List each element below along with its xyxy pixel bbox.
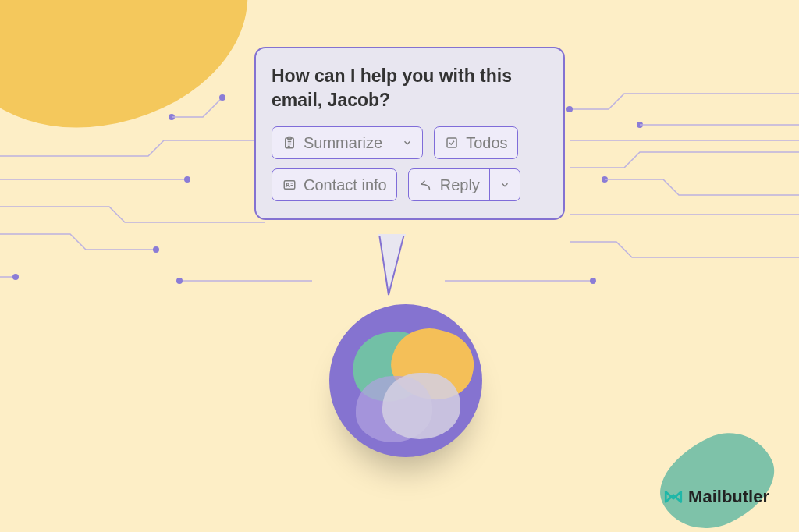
svg-point-3 — [153, 246, 159, 253]
contact-info-main[interactable]: Contact info — [272, 169, 396, 200]
svg-rect-18 — [447, 138, 456, 147]
svg-point-5 — [169, 114, 175, 120]
svg-point-7 — [176, 278, 183, 284]
reply-button[interactable]: Reply — [408, 168, 520, 201]
svg-point-10 — [602, 176, 608, 183]
brand-name: Mailbutler — [688, 487, 769, 507]
todos-button[interactable]: Todos — [434, 126, 517, 159]
summarize-main[interactable]: Summarize — [272, 127, 392, 158]
blob-teal — [646, 417, 788, 532]
assistant-bubble: How can I help you with this email, Jaco… — [254, 47, 565, 220]
contact-info-label: Contact info — [304, 176, 387, 194]
todos-main[interactable]: Todos — [435, 127, 517, 158]
avatar-petal — [382, 373, 460, 439]
reply-label: Reply — [440, 176, 480, 194]
reply-main[interactable]: Reply — [409, 169, 489, 200]
contact-info-button[interactable]: Contact info — [272, 168, 397, 201]
mailbutler-logo-icon — [663, 487, 684, 507]
summarize-label: Summarize — [304, 134, 382, 152]
bubble-title: How can I help you with this email, Jaco… — [272, 64, 548, 112]
clipboard-icon — [282, 135, 297, 151]
assistant-avatar — [329, 304, 482, 457]
svg-point-8 — [566, 106, 573, 112]
svg-rect-24 — [378, 234, 406, 236]
reply-dropdown[interactable] — [489, 169, 520, 200]
summarize-button[interactable]: Summarize — [272, 126, 423, 159]
blob-yellow — [0, 0, 264, 144]
bubble-tail — [365, 234, 412, 296]
svg-marker-23 — [379, 234, 404, 295]
svg-point-11 — [637, 122, 643, 128]
svg-point-12 — [590, 278, 596, 284]
chevron-down-icon — [400, 135, 415, 151]
reply-arrow-icon — [418, 177, 434, 193]
id-card-icon — [282, 177, 297, 193]
check-square-icon — [444, 135, 460, 151]
summarize-dropdown[interactable] — [392, 127, 422, 158]
svg-point-4 — [12, 274, 19, 280]
chevron-down-icon — [497, 177, 513, 193]
svg-point-6 — [219, 94, 225, 101]
brand: Mailbutler — [663, 487, 769, 507]
svg-point-1 — [184, 176, 190, 183]
svg-rect-19 — [284, 181, 295, 190]
todos-label: Todos — [466, 134, 507, 152]
svg-point-20 — [286, 183, 289, 186]
